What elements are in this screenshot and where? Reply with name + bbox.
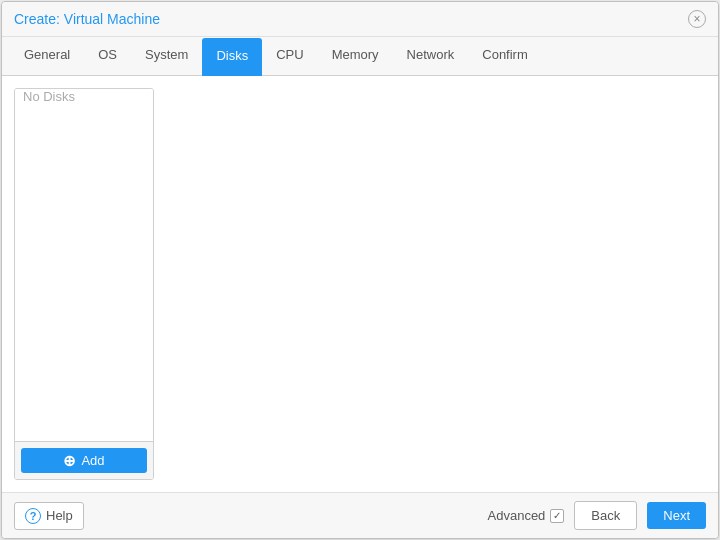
close-icon: ×	[693, 13, 700, 25]
next-button[interactable]: Next	[647, 502, 706, 529]
add-button-row: ⊕ Add	[15, 441, 153, 479]
dialog-title: Create: Virtual Machine	[14, 11, 160, 27]
tab-general[interactable]: General	[10, 37, 84, 75]
help-label: Help	[46, 508, 73, 523]
advanced-label[interactable]: Advanced ✓	[488, 508, 565, 523]
help-button[interactable]: ? Help	[14, 502, 84, 530]
tab-cpu[interactable]: CPU	[262, 37, 317, 75]
back-label: Back	[591, 508, 620, 523]
advanced-checkbox[interactable]: ✓	[550, 509, 564, 523]
tab-os[interactable]: OS	[84, 37, 131, 75]
next-label: Next	[663, 508, 690, 523]
advanced-text: Advanced	[488, 508, 546, 523]
tab-confirm[interactable]: Confirm	[468, 37, 542, 75]
title-bar: Create: Virtual Machine ×	[2, 2, 718, 37]
plus-icon: ⊕	[63, 453, 76, 468]
detail-panel	[166, 88, 706, 480]
tab-network[interactable]: Network	[393, 37, 469, 75]
help-icon: ?	[25, 508, 41, 524]
dialog: Create: Virtual Machine × General OS Sys…	[1, 1, 719, 539]
tab-disks[interactable]: Disks	[202, 38, 262, 76]
add-disk-button[interactable]: ⊕ Add	[21, 448, 147, 473]
back-button[interactable]: Back	[574, 501, 637, 530]
main-content: No Disks ⊕ Add	[2, 76, 718, 492]
tab-memory[interactable]: Memory	[318, 37, 393, 75]
tab-system[interactable]: System	[131, 37, 202, 75]
add-disk-label: Add	[81, 453, 104, 468]
no-disks-label: No Disks	[15, 89, 83, 112]
tab-bar: General OS System Disks CPU Memory Netwo…	[2, 37, 718, 76]
disk-list: No Disks	[15, 89, 153, 441]
footer-right: Advanced ✓ Back Next	[488, 501, 706, 530]
footer: ? Help Advanced ✓ Back Next	[2, 492, 718, 538]
disk-list-panel: No Disks ⊕ Add	[14, 88, 154, 480]
close-button[interactable]: ×	[688, 10, 706, 28]
